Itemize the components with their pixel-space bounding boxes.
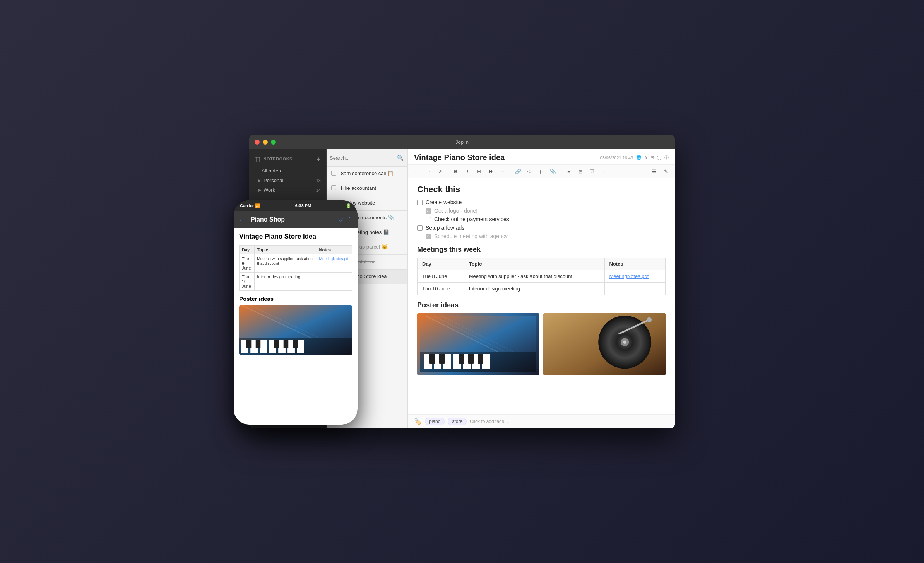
checklist-button[interactable]: ☑ — [587, 166, 597, 176]
work-arrow-icon: ▶ — [258, 188, 261, 192]
editor-toolbar: ← → ↗ B I H S ··· 🔗 <> {} 📎 ≡ ⊟ — [408, 165, 675, 178]
ordered-list-button[interactable]: ⊟ — [575, 166, 585, 176]
table-header-topic: Topic — [464, 258, 604, 270]
mobile-note-title: Vintage Piano Store Idea — [239, 233, 352, 241]
sidebar-all-notes[interactable]: All notes — [249, 166, 326, 176]
toolbar-divider — [448, 168, 448, 175]
search-input[interactable] — [330, 155, 395, 161]
mobile-back-button[interactable]: ← — [238, 215, 246, 224]
table-cell-topic: Interior design meeting — [464, 283, 604, 295]
svg-rect-35 — [246, 340, 252, 348]
external-link-button[interactable]: ↗ — [435, 166, 445, 176]
check-box-checked[interactable] — [426, 234, 431, 239]
maximize-button[interactable] — [271, 140, 276, 145]
sidebar-item-work[interactable]: ▶ Work 14 — [249, 185, 326, 195]
mobile-piano-svg — [239, 305, 352, 355]
bold-button[interactable]: B — [451, 166, 461, 176]
attachment-button[interactable]: 📎 — [548, 166, 558, 176]
note-editor-title: Vintage Piano Store idea — [414, 153, 505, 162]
edit-toggle-button[interactable]: ✎ — [661, 166, 671, 176]
svg-rect-37 — [274, 340, 279, 348]
turntable-image-placeholder — [543, 313, 666, 375]
mobile-poster-title: Poster ideas — [239, 295, 352, 302]
section-poster: Poster ideas — [417, 301, 666, 309]
note-title: 8am conference call 📋 — [341, 171, 394, 176]
back-button[interactable]: ← — [412, 166, 422, 176]
note-checkbox[interactable] — [331, 185, 336, 190]
table-cell-topic: Meeting with supplier - ask about that d… — [464, 270, 604, 283]
check-box[interactable] — [417, 225, 423, 231]
add-tag-button[interactable]: Click to add tags... — [470, 419, 508, 424]
mobile-table-topic: Interior design meeting — [255, 273, 317, 291]
minimize-button[interactable] — [263, 140, 268, 145]
highlight-button[interactable]: H — [474, 166, 484, 176]
strikethrough-button[interactable]: S — [486, 166, 496, 176]
svg-rect-15 — [468, 354, 474, 364]
note-item-accountant[interactable]: Hire accountant — [327, 181, 407, 196]
mobile-poster-image — [239, 305, 352, 355]
svg-point-25 — [647, 317, 652, 322]
turntable-image-svg — [543, 313, 666, 375]
checklist-item-ads: Setup a few ads — [417, 225, 666, 231]
more-button[interactable]: ··· — [497, 166, 507, 176]
svg-rect-38 — [284, 340, 289, 348]
piano-image-placeholder — [417, 313, 539, 375]
add-notebook-button[interactable]: + — [317, 155, 321, 164]
check-box[interactable] — [417, 200, 423, 205]
info-icon: ⓘ — [664, 155, 669, 160]
section-check-this: Check this — [417, 184, 666, 194]
mobile-meeting-notes-link[interactable]: MeetingNotes.pdf — [319, 257, 349, 261]
sub-checklist: Get a logo - done! Check online payment … — [426, 208, 666, 222]
bullet-list-button[interactable]: ≡ — [564, 166, 574, 176]
svg-rect-14 — [459, 354, 464, 364]
note-checkbox[interactable] — [331, 171, 336, 176]
globe-icon: 🌐 — [636, 155, 642, 160]
notes-search-bar: 🔍 ☰ ⊞ — [327, 149, 407, 167]
notebooks-header: NOTEBOOKS + — [249, 153, 326, 166]
check-box-checked[interactable] — [426, 208, 431, 214]
more-options-button[interactable]: ··· — [599, 166, 609, 176]
mobile-table-header-notes: Notes — [317, 246, 352, 254]
link-button[interactable]: 🔗 — [513, 166, 523, 176]
sidebar-item-personal[interactable]: ▶ Personal 13 — [249, 176, 326, 185]
close-button[interactable] — [255, 140, 260, 145]
more-icon[interactable]: ⋮ — [347, 216, 353, 223]
tags-bar: 🏷️ piano store Click to add tags... — [408, 414, 675, 428]
code-block-button[interactable]: {} — [536, 166, 546, 176]
notebooks-icon — [255, 157, 260, 162]
svg-rect-12 — [429, 354, 435, 364]
code-button[interactable]: <> — [525, 166, 535, 176]
italic-button[interactable]: I — [462, 166, 472, 176]
meeting-notes-link[interactable]: MeetingNotes.pdf — [609, 273, 649, 279]
mobile-nav-icons: ▽ ⋮ — [338, 216, 353, 223]
check-box[interactable] — [426, 217, 431, 222]
forward-button[interactable]: → — [423, 166, 433, 176]
mobile-table-notes — [317, 273, 352, 291]
mobile-table-day: Thu10June — [240, 273, 255, 291]
mobile-nav-bar: ← Piano Shop ▽ ⋮ — [234, 211, 358, 228]
meetings-table: Day Topic Notes Tue 8 June Meeting with … — [417, 258, 666, 295]
svg-point-23 — [623, 341, 626, 344]
mobile-table-notes: MeetingNotes.pdf — [317, 254, 352, 273]
mobile-table-topic: Meeting with supplier - ask about that d… — [255, 254, 317, 273]
checklist-item-logo: Get a logo - done! — [426, 208, 666, 214]
table-row: Thu 10 June Interior design meeting — [418, 283, 666, 295]
mobile-meetings-table: Day Topic Notes Tue 8June Meeting with s… — [239, 245, 352, 291]
personal-arrow-icon: ▶ — [258, 179, 261, 183]
note-lang: fr — [645, 155, 647, 160]
tag-piano[interactable]: piano — [425, 418, 445, 425]
search-icon: 🔍 — [397, 155, 404, 161]
note-item-conference[interactable]: 8am conference call 📋 — [327, 167, 407, 181]
filter-icon[interactable]: ▽ — [338, 216, 343, 223]
fullscreen-icon: ⛶ — [657, 155, 661, 160]
mobile-nav-title: Piano Shop — [251, 216, 334, 223]
mobile-content: Vintage Piano Store Idea Day Topic Notes… — [234, 228, 358, 425]
preview-toggle-button[interactable]: ☰ — [649, 166, 659, 176]
table-row: Tue 8 June Meeting with supplier - ask a… — [418, 270, 666, 283]
mobile-table-row: Thu10June Interior design meeting — [240, 273, 352, 291]
tag-store[interactable]: store — [448, 418, 467, 425]
table-cell-notes: MeetingNotes.pdf — [604, 270, 666, 283]
mobile-table-header-day: Day — [240, 246, 255, 254]
editor-meta: 03/06/2021 16:49 🌐 fr ⊟ ⛶ ⓘ — [600, 155, 669, 160]
svg-rect-16 — [478, 354, 483, 364]
